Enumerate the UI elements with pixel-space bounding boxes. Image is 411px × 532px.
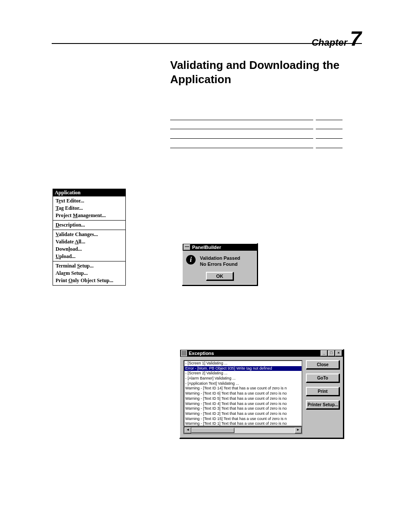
list-item[interactable]: - [Alarm Banner] Validating ... xyxy=(184,376,302,381)
application-menu-title: Application xyxy=(53,189,125,196)
menu-tag-editor[interactable]: Tag Editor... xyxy=(53,205,125,212)
list-item-error[interactable]: Error - [Mom. PB Object 935] Write tag n… xyxy=(184,366,302,371)
exceptions-window: Exceptions _ □ × - [Screen 1] Validating… xyxy=(179,349,344,439)
goto-button[interactable]: GoTo xyxy=(306,373,339,383)
page-title: Validating and Downloading the Applicati… xyxy=(170,58,360,86)
validation-line2: No Errors Found xyxy=(200,261,240,267)
chapter-label: Chapter7 xyxy=(311,27,361,50)
exceptions-title: Exceptions xyxy=(189,351,214,356)
validation-dialog: — PanelBuilder i Validation Passed No Er… xyxy=(182,243,258,286)
validation-message: Validation Passed No Errors Found xyxy=(200,255,240,268)
minimize-icon[interactable]: _ xyxy=(321,350,327,356)
list-item[interactable]: Warning - [Text ID 6] Text that has a us… xyxy=(184,391,302,396)
print-button[interactable]: Print xyxy=(306,387,339,396)
scroll-left-icon[interactable]: ◄ xyxy=(184,427,191,433)
list-item[interactable]: Warning - [Text ID 4] Text that has a us… xyxy=(184,401,302,407)
printer-setup-button[interactable]: Printer Setup... xyxy=(306,400,339,409)
menu-terminal-setup[interactable]: Terminal Setup... xyxy=(53,262,125,270)
menu-alarm-setup[interactable]: Alarm Setup... xyxy=(53,270,125,277)
list-item[interactable]: - [Application Text] Validating ... xyxy=(184,381,302,386)
list-item[interactable]: Warning - [Text ID 1] Text that has a us… xyxy=(184,421,302,426)
validation-dialog-titlebar[interactable]: — PanelBuilder xyxy=(183,244,257,251)
list-item[interactable]: Warning - [Text ID 15] Text that has a u… xyxy=(184,417,302,422)
validation-dialog-title: PanelBuilder xyxy=(192,245,221,250)
exceptions-titlebar[interactable]: Exceptions _ □ × xyxy=(180,350,343,357)
list-item[interactable]: - [Screen 2] Validating ... xyxy=(184,371,302,376)
list-item[interactable]: Warning - [Text ID 3] Text that has a us… xyxy=(184,406,302,411)
scroll-track[interactable] xyxy=(191,428,295,433)
menu-project-management[interactable]: Project Management... xyxy=(53,212,125,219)
chapter-word: Chapter xyxy=(311,37,347,48)
system-menu-icon[interactable]: — xyxy=(184,244,190,250)
chapter-number: 7 xyxy=(350,27,361,50)
menu-text-editor[interactable]: Text Editor... xyxy=(53,197,125,205)
ok-button[interactable]: OK xyxy=(206,272,234,280)
app-icon xyxy=(181,350,187,356)
close-icon[interactable]: × xyxy=(335,350,342,356)
chapter-rule xyxy=(52,43,362,44)
info-icon: i xyxy=(186,255,196,264)
list-item[interactable]: Warning - [Text ID 2] Text that has a us… xyxy=(184,411,302,417)
menu-print-only-object-setup[interactable]: Print Only Object Setup... xyxy=(53,277,125,284)
menu-download[interactable]: Download... xyxy=(53,246,125,253)
list-item[interactable]: - [Screen 1] Validating ... xyxy=(184,361,302,366)
scroll-thumb[interactable] xyxy=(191,428,234,433)
toc-table xyxy=(170,120,342,148)
list-item[interactable]: Warning - [Text ID 14] Text that has a u… xyxy=(184,386,302,391)
menu-validate-all[interactable]: Validate All... xyxy=(53,238,125,246)
scroll-right-icon[interactable]: ► xyxy=(295,427,302,433)
horizontal-scrollbar[interactable]: ◄ ► xyxy=(184,426,302,434)
application-menu: Application Text Editor... Tag Editor...… xyxy=(53,189,126,286)
validation-line1: Validation Passed xyxy=(200,255,240,261)
close-button[interactable]: Close xyxy=(306,360,339,369)
menu-description[interactable]: Description... xyxy=(53,221,125,229)
exceptions-list[interactable]: - [Screen 1] Validating ... Error - [Mom… xyxy=(184,360,302,426)
maximize-icon[interactable]: □ xyxy=(328,350,335,356)
menu-validate-changes[interactable]: Validate Changes... xyxy=(53,231,125,238)
list-item[interactable]: Warning - [Text ID 5] Text that has a us… xyxy=(184,396,302,401)
menu-upload[interactable]: Upload... xyxy=(53,253,125,260)
